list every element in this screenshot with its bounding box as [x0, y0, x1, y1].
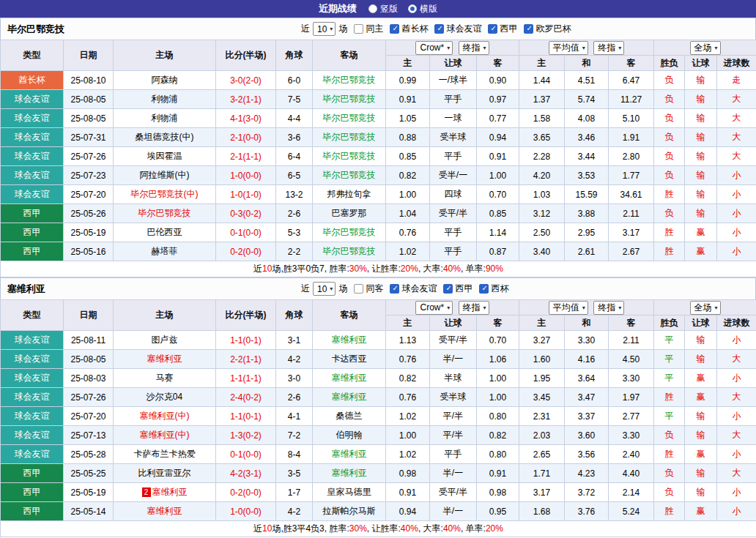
- score-cell: 2-4(0-2): [216, 388, 276, 407]
- summary-segment: 40%: [443, 264, 461, 274]
- avg-draw-cell: 3.64: [565, 369, 609, 388]
- avg-period-select[interactable]: 终指▾: [593, 41, 624, 55]
- odds-period-select[interactable]: 终指▾: [459, 301, 489, 315]
- odds-period-select[interactable]: 终指▾: [459, 41, 489, 55]
- home-team[interactable]: 利物浦: [152, 94, 178, 104]
- home-team[interactable]: 埃因霍温: [147, 151, 182, 161]
- avg-period-value: 终指: [598, 42, 615, 54]
- home-team[interactable]: 阿森纳: [152, 75, 178, 85]
- avg-away-cell: 6.47: [609, 71, 654, 90]
- radio-icon: [368, 4, 377, 13]
- home-team[interactable]: 沙尔克04: [147, 392, 182, 402]
- home-team[interactable]: 毕尔巴鄂竞技: [138, 208, 191, 218]
- home-team[interactable]: 塞维利亚(中): [140, 411, 190, 421]
- avg-away-cell: 5.24: [609, 502, 654, 521]
- away-team-cell: 塞维利亚: [313, 388, 386, 407]
- filter-checkbox[interactable]: 酋长杯: [390, 23, 428, 35]
- away-team[interactable]: 皇家马德里: [327, 487, 371, 497]
- score-cell: 1-1(0-1): [216, 331, 276, 350]
- corner-cell: 3-6: [276, 128, 313, 147]
- away-team[interactable]: 塞维利亚: [332, 449, 367, 459]
- result-wdl-cell: 平: [654, 350, 685, 369]
- away-team[interactable]: 毕尔巴鄂竞技: [323, 94, 376, 104]
- away-team[interactable]: 塞维利亚: [332, 468, 367, 478]
- away-team[interactable]: 毕尔巴鄂竞技: [323, 151, 376, 161]
- home-team[interactable]: 阿拉维斯(中): [140, 170, 190, 180]
- match-row: 球会友谊25-07-13塞维利亚(中)1-3(0-2)7-2伯明翰1.00平/半…: [1, 426, 756, 445]
- layout-radio[interactable]: 横版: [408, 3, 437, 15]
- odds-company-select[interactable]: Crow*▾: [415, 41, 453, 55]
- filter-checkbox[interactable]: 球会友谊: [434, 23, 481, 35]
- col-avg-away: 客: [609, 315, 654, 331]
- filter-checkbox[interactable]: 球会友谊: [390, 283, 437, 295]
- match-count-select[interactable]: 10▾: [313, 282, 336, 296]
- score-cell: 1-1(1-1): [216, 369, 276, 388]
- home-team[interactable]: 马赛: [156, 373, 174, 383]
- type-badge: 球会友谊: [1, 445, 64, 464]
- filter-checkbox[interactable]: 同客: [354, 283, 383, 295]
- home-team-cell: 图卢兹: [114, 331, 216, 350]
- away-team[interactable]: 塞维利亚: [332, 335, 367, 345]
- home-team[interactable]: 卡萨布兰卡热爱: [134, 449, 196, 459]
- away-team[interactable]: 毕尔巴鄂竞技: [323, 132, 376, 142]
- odds-away-cell: 0.87: [477, 242, 519, 261]
- home-team[interactable]: 利物浦: [152, 113, 178, 123]
- home-team[interactable]: 桑坦德竞技(中): [136, 132, 194, 142]
- filter-checkbox[interactable]: 西甲: [488, 23, 517, 35]
- away-team[interactable]: 塞维利亚: [332, 373, 367, 383]
- odds-company-select[interactable]: Crow*▾: [415, 301, 453, 315]
- avg-type-select[interactable]: 平均值▾: [549, 41, 588, 55]
- scope-value: 全场: [694, 302, 712, 314]
- home-team[interactable]: 塞维利亚: [147, 506, 182, 516]
- away-team[interactable]: 毕尔巴鄂竞技: [323, 75, 376, 85]
- home-team[interactable]: 毕尔巴鄂竞技(中): [131, 189, 199, 199]
- away-team[interactable]: 拉斯帕尔马斯: [323, 506, 376, 516]
- filter-checkbox[interactable]: 西甲: [443, 283, 472, 295]
- odds-header-cell: Crow*▾ 终指▾: [386, 300, 519, 315]
- filter-checkbox[interactable]: 同主: [354, 23, 383, 35]
- away-team[interactable]: 塞维利亚: [332, 392, 367, 402]
- away-team[interactable]: 邦弗拉旬拿: [327, 189, 371, 199]
- result-handicap-cell: 输: [685, 147, 717, 166]
- away-team[interactable]: 桑德兰: [336, 411, 363, 421]
- home-team[interactable]: 赫塔菲: [152, 246, 178, 256]
- avg-away-cell: 5.10: [609, 109, 654, 128]
- odds-home-cell: 1.02: [386, 407, 430, 426]
- result-wdl-cell: 胜: [654, 445, 685, 464]
- avg-type-select[interactable]: 平均值▾: [549, 301, 588, 315]
- home-team[interactable]: 塞维利亚: [152, 487, 188, 497]
- filter-checkbox[interactable]: 欧罗巴杯: [524, 23, 571, 35]
- filter-checkbox[interactable]: 西杯: [479, 283, 508, 295]
- col-odds-away: 客: [477, 315, 519, 331]
- home-team[interactable]: 巴伦西亚: [147, 227, 182, 237]
- scope-select[interactable]: 全场▾: [690, 301, 721, 315]
- col-date: 日期: [64, 300, 114, 331]
- col-avg-home: 主: [519, 56, 565, 71]
- away-team-cell: 毕尔巴鄂竞技: [313, 223, 386, 242]
- home-team[interactable]: 图卢兹: [152, 335, 178, 345]
- home-team[interactable]: 塞维利亚(中): [140, 430, 190, 440]
- date-cell: 25-07-31: [64, 128, 114, 147]
- away-team[interactable]: 毕尔巴鄂竞技: [323, 113, 376, 123]
- summary-row: 近10场,胜3平4负3, 胜率:30%, 让胜率:40%, 大率:40%, 单率…: [1, 521, 756, 537]
- odds-home-cell: 0.94: [386, 502, 430, 521]
- away-team[interactable]: 毕尔巴鄂竞技: [323, 170, 376, 180]
- avg-period-select[interactable]: 终指▾: [593, 301, 624, 315]
- away-team[interactable]: 毕尔巴鄂竞技: [323, 227, 376, 237]
- layout-radio[interactable]: 竖版: [368, 3, 398, 15]
- away-team[interactable]: 卡达西亚: [332, 354, 367, 364]
- odds-handicap-cell: 半球: [430, 369, 477, 388]
- away-team[interactable]: 伯明翰: [336, 430, 363, 440]
- result-handicap-cell: 赢: [685, 502, 717, 521]
- filter-checkbox-label: 球会友谊: [446, 23, 481, 35]
- away-team[interactable]: 巴塞罗那: [332, 208, 367, 218]
- home-team-cell: 赫塔菲: [114, 242, 216, 261]
- match-row: 球会友谊25-05-28卡萨布兰卡热爱0-1(0-0)8-4塞维利亚1.02平手…: [1, 445, 756, 464]
- col-home: 主场: [114, 40, 216, 71]
- home-team[interactable]: 比利亚雷亚尔: [138, 468, 191, 478]
- checkbox-icon: [479, 284, 489, 294]
- away-team[interactable]: 毕尔巴鄂竞技: [323, 246, 376, 256]
- home-team[interactable]: 塞维利亚: [147, 354, 182, 364]
- match-count-select[interactable]: 10▾: [313, 22, 336, 36]
- scope-select[interactable]: 全场▾: [690, 41, 721, 55]
